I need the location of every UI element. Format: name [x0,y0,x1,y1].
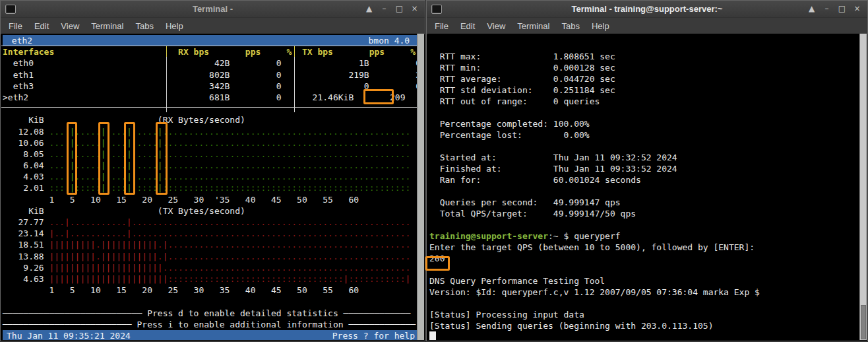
terminal-window-queryperf: Terminal - training@support-server:~ ▲–□… [426,0,868,341]
blank-line [429,40,859,51]
blank-line [3,296,417,307]
menu-item-file[interactable]: File [4,20,27,32]
menu-item-view[interactable]: View [56,20,84,32]
maximize-button[interactable]: □ [834,1,850,17]
bmon-row-eth2: >eth2 681B 0 21.46KiB 209 [3,92,417,103]
statusbar-text-left: Thu Jan 11 09:35:21 2024 [7,330,131,340]
maximize-button[interactable]: □ [392,1,407,17]
pct-lost-line: Percentage lost: 0.00% [429,129,859,141]
qps-target-line: Total QPS/target: 49.999147/50 qps [429,208,859,219]
tx-graph-axis: 1 5 10 15 20 25 30 35 40 45 50 55 60 [3,285,417,296]
menu-item-help[interactable]: Help [161,20,188,32]
tx-graph-row: 9.26 ||||||||||||||||||||||.............… [3,262,417,273]
blank-line [429,107,859,118]
menubar: FileEditViewTerminalTabsHelp [427,17,867,34]
terminal-window-bmon: Terminal - ▲–□× FileEditViewTerminalTabs… [0,0,425,341]
rtt-max-line: RTT max: 1.808651 sec [429,51,859,62]
menu-item-view[interactable]: View [482,20,510,32]
window-controls: ▲–□× [361,1,425,17]
status-processing-line: [Status] Processing input data [429,309,859,320]
rtt-stddev-line: RTT std deviation: 0.251184 sec [429,85,859,96]
blank-line [429,264,859,275]
window-controls: ▲–□× [804,1,867,17]
qps-line: Queries per second: 49.999147 qps [429,197,859,208]
rx-graph-row: 8.05 ....|.....|....|.....|.............… [3,149,417,160]
statusbar-text-right: Press ? for help [332,330,415,340]
pct-completed-line: Percentage completed: 100.00% [429,118,859,129]
bmon-row-eth1: eth1 802B 0 219B 2 [3,69,417,81]
menu-item-terminal[interactable]: Terminal [512,20,554,32]
qps-value-line: 200 [429,253,859,264]
queryperf-screen[interactable]: RTT max: 1.808651 sec RTT min: 0.000128 … [427,34,859,340]
blank-line [429,219,859,230]
tool-version-line: Version: $Id: queryperf.c,v 1.12 2007/09… [429,287,859,298]
rx-graph-row: 10.06 ....|.....|....|.....|............… [3,137,417,149]
menu-item-edit[interactable]: Edit [30,20,53,32]
bmon-status-bar: Thu Jan 11 09:35:21 2024Press ? for help [3,330,417,340]
titlebar[interactable]: Terminal - training@support-server:~ ▲–□… [427,1,867,17]
statusbar-text-right: bmon 4.0 [369,35,415,46]
blank-line [429,298,859,309]
tx-graph-row: 23.14 |..|...........|..................… [3,228,417,239]
shade-button[interactable]: ▲ [804,1,819,17]
menu-item-help[interactable]: Help [587,20,614,32]
menu-item-edit[interactable]: Edit [456,20,480,32]
menu-item-tabs[interactable]: Tabs [557,20,584,32]
terminal-icon [431,5,442,14]
menubar: FileEditViewTerminalTabsHelp [1,17,425,34]
menu-item-file[interactable]: File [430,20,453,32]
tx-graph-row: 13.88 |||||||||.|||||||||||.|...........… [3,251,417,262]
rtt-range-line: RTT out of range: 0 queries [429,96,859,107]
desktop: { "left_window": { "title": "Terminal -"… [0,0,868,342]
scrollbar[interactable] [417,34,424,340]
bmon-row-eth3: eth3 342B 0 0 0 [3,81,417,92]
close-button[interactable]: × [407,1,422,17]
shade-button[interactable]: ▲ [361,1,377,17]
scrollbar[interactable] [859,34,867,340]
hint-line: ───────────────────────── Press i to ena… [3,319,417,330]
blank-line [429,141,859,152]
scrollbar-thumb[interactable] [861,305,866,339]
rx-graph-title: KiB (RX Bytes/second) [3,114,417,125]
rx-graph-axis: 1 5 10 15 20 25 30 '35 40 45 50 55 60 [3,194,417,205]
terminal-icon [5,5,16,14]
ran-for-line: Ran for: 60.001024 seconds [429,174,859,186]
cursor-line [429,331,859,340]
titlebar[interactable]: Terminal - ▲–□× [1,1,425,17]
tool-title-line: DNS Query Performance Testing Tool [429,275,859,287]
bmon-row-eth0: eth0 42B 0 1B 0 [3,57,417,69]
minimize-button[interactable]: – [819,1,834,17]
finished-at-line: Finished at: Thu Jan 11 09:33:52 2024 [429,163,859,174]
started-at-line: Started at: Thu Jan 11 09:32:52 2024 [429,152,859,163]
window-title: Terminal - training@support-server:~ [427,4,867,14]
tx-graph-row: 27.77 ...|...........|..................… [3,217,417,228]
rx-graph-row: 12.08 ....|.....|....|.....|............… [3,126,417,137]
minimize-button[interactable]: – [377,1,392,17]
menu-item-tabs[interactable]: Tabs [131,20,158,32]
statusbar-text-left: eth2 [7,35,32,46]
rx-graph-row: 6.04 ....|.....|....|.....|.............… [3,160,417,171]
prompt-line: training@support-server:~ $ queryperf [429,230,859,242]
enter-qps-line: Enter the target QPS (between 10 to 5000… [429,242,859,253]
blank-line [429,186,859,197]
bmon-header-bar: eth2bmon 4.0 [3,35,417,46]
bmon-screen[interactable]: eth2bmon 4.0 Interfaces RX bps pps % TX … [1,34,417,340]
status-sending-line: [Status] Sending queries (beginning with… [429,320,859,331]
tx-graph-row: 18.51 |||||||||.|||||||||||.|...........… [3,239,417,250]
tx-graph-row: 4.63 |||||||||||||||||||||||::::::::::::… [3,273,417,285]
rx-graph-row: 2.01 ::::|:::::|::::|:::::|:::::::::::::… [3,182,417,193]
close-button[interactable]: × [850,1,865,17]
bmon-table-header: Interfaces RX bps pps % TX bps pps % [3,46,417,57]
tx-graph-title: KiB (TX Bytes/second) [3,205,417,217]
rx-graph-row: 4.03 ....|.....|....|.....|.............… [3,171,417,182]
rtt-min-line: RTT min: 0.000128 sec [429,62,859,73]
hint-line: ─────────────────────────── Press d to e… [3,308,417,319]
menu-item-terminal[interactable]: Terminal [86,20,128,32]
bmon-separator-row [3,103,417,114]
rtt-average-line: RTT average: 0.044720 sec [429,73,859,85]
